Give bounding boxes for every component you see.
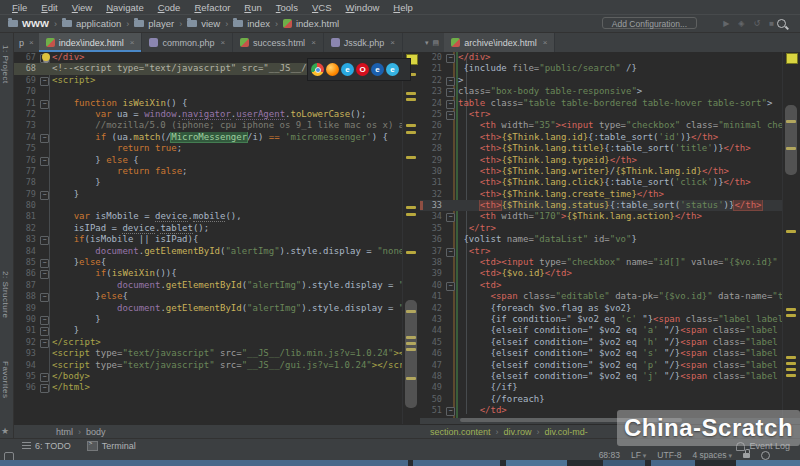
add-configuration-button[interactable]: Add Configuration...: [602, 17, 697, 29]
code-line[interactable]: 41 <span class="editable" data-pk="{$vo.…: [420, 291, 800, 302]
menu-item-help[interactable]: Help: [386, 2, 420, 13]
breadcrumb-item[interactable]: section.content: [430, 427, 491, 437]
code-line[interactable]: 32 <th>{$Think.lang.create_time}</th>: [420, 189, 800, 200]
code-line[interactable]: 86− if(isWeiXin()){: [14, 268, 420, 279]
code-line[interactable]: 93<script type="text/javascript" src="__…: [14, 348, 420, 359]
breadcrumb-item[interactable]: div.row: [504, 427, 532, 437]
indent-selector[interactable]: 4 spaces▾: [692, 450, 732, 460]
code-line[interactable]: 35 </tr>: [420, 223, 800, 234]
tab-list-icon[interactable]: ▤: [433, 39, 440, 47]
scrollbar-thumb[interactable]: [785, 105, 797, 175]
fold-icon[interactable]: −: [40, 373, 49, 382]
coverage-icon[interactable]: ◈: [738, 19, 744, 28]
code-editor-left[interactable]: 67−</div>68<!--<script type="text/javasc…: [14, 52, 420, 424]
code-line[interactable]: 96−</html>: [14, 382, 420, 393]
encoding-selector[interactable]: UTF-8: [657, 450, 681, 460]
breadcrumb-item[interactable]: index: [233, 18, 270, 29]
breadcrumb-item[interactable]: html: [56, 427, 73, 437]
fold-icon[interactable]: −: [446, 54, 455, 63]
code-line[interactable]: 90− }: [14, 314, 420, 325]
fold-icon[interactable]: −: [40, 134, 49, 143]
menu-item-refactor[interactable]: Refactor: [187, 2, 237, 13]
menu-item-vcs[interactable]: VCS: [305, 2, 339, 13]
code-line[interactable]: 38 <td><input type="checkbox" name="id[]…: [420, 257, 800, 268]
search-icon[interactable]: [777, 19, 786, 28]
close-icon[interactable]: ×: [543, 38, 548, 47]
code-line[interactable]: 91− }: [14, 325, 420, 336]
error-stripe-right[interactable]: [782, 52, 800, 418]
fold-icon[interactable]: −: [446, 100, 455, 109]
chevron-down-icon[interactable]: ▾: [425, 39, 429, 47]
code-line[interactable]: 70: [14, 86, 420, 97]
code-line[interactable]: 40− <td>: [420, 280, 800, 291]
code-line[interactable]: 72 var ua = window.navigator.userAgent.t…: [14, 109, 420, 120]
fold-icon[interactable]: −: [40, 270, 49, 279]
menu-item-file[interactable]: File: [5, 2, 34, 13]
menu-item-navigate[interactable]: Navigate: [99, 2, 151, 13]
fold-icon[interactable]: −: [446, 248, 455, 257]
code-line[interactable]: 71− function isWeiXin() {: [14, 98, 420, 109]
code-line[interactable]: 31 <th>{$Think.lang.click}{:table_sort('…: [420, 177, 800, 188]
menu-item-view[interactable]: View: [65, 2, 99, 13]
code-line[interactable]: 29 <th>{$Think.lang.typeid}</th>: [420, 155, 800, 166]
intention-bulb-icon[interactable]: [42, 53, 50, 61]
fold-icon[interactable]: −: [40, 77, 49, 86]
code-line[interactable]: 28 <th>{$Think.lang.title}{:table_sort('…: [420, 143, 800, 154]
error-stripe-left[interactable]: [402, 52, 420, 424]
code-line[interactable]: 21 {include file="public/search" /}: [420, 63, 800, 74]
fold-icon[interactable]: −: [40, 316, 49, 325]
menu-item-run[interactable]: Run: [237, 2, 268, 13]
code-line[interactable]: 85− }else{: [14, 257, 420, 268]
code-line[interactable]: 78 }: [14, 177, 420, 188]
line-ending-selector[interactable]: LF▾: [631, 450, 646, 460]
fold-icon[interactable]: −: [446, 282, 455, 291]
fold-icon[interactable]: −: [40, 236, 49, 245]
editor-tab-partial[interactable]: p×: [14, 33, 39, 52]
fold-icon[interactable]: −: [446, 88, 455, 97]
code-line[interactable]: 87 document.getElementById("alertImg").s…: [14, 280, 420, 291]
code-line[interactable]: 79− }: [14, 189, 420, 200]
code-line[interactable]: 26 <th width="35"><input type="checkbox"…: [420, 120, 800, 131]
code-line[interactable]: 46 {elseif condition=" $vo2 eq 's' "/}<s…: [420, 348, 800, 359]
close-icon[interactable]: ×: [29, 38, 34, 47]
code-line[interactable]: 44 {elseif condition=" $vo2 eq 'a' "/}<s…: [420, 325, 800, 336]
code-line[interactable]: 37− <tr>: [420, 246, 800, 257]
close-icon[interactable]: ×: [311, 38, 316, 47]
code-line[interactable]: 92−</script>: [14, 337, 420, 348]
editor-tab[interactable]: index\index.html×: [39, 33, 143, 52]
lock-icon[interactable]: [743, 453, 750, 458]
breadcrumb-item[interactable]: index.html: [283, 18, 339, 29]
code-line[interactable]: 27 <th>{$Think.lang.id}{:table_sort('id'…: [420, 132, 800, 143]
close-icon[interactable]: ×: [390, 38, 395, 47]
sidebar-item-project[interactable]: 1: Project: [1, 45, 10, 84]
run-icon[interactable]: ▶: [723, 19, 729, 28]
close-icon[interactable]: ×: [220, 38, 225, 47]
code-line[interactable]: 42 {foreach $vo.flag as $vo2}: [420, 303, 800, 314]
fold-icon[interactable]: −: [40, 157, 49, 166]
fold-icon[interactable]: −: [40, 100, 49, 109]
tab-list-controls[interactable]: ▾▤: [420, 33, 444, 52]
fold-icon[interactable]: −: [446, 77, 455, 86]
code-line[interactable]: 25− <tr>: [420, 109, 800, 120]
editor-tab[interactable]: archive\index.html×: [444, 33, 555, 52]
fold-icon[interactable]: −: [40, 339, 49, 348]
breadcrumb-item[interactable]: body: [86, 427, 106, 437]
code-line[interactable]: 77 return false;: [14, 166, 420, 177]
close-icon[interactable]: ×: [130, 38, 135, 47]
code-line[interactable]: 43 {if condition=" $vo2 eq 'c' "}<span c…: [420, 314, 800, 325]
favorites-star-icon[interactable]: ★: [1, 426, 9, 436]
code-line[interactable]: 74− if (ua.match(/MicroMessenger/i) == '…: [14, 132, 420, 143]
code-line[interactable]: 22−>: [420, 75, 800, 86]
fold-icon[interactable]: −: [40, 259, 49, 268]
code-line[interactable]: 30 <th>{$Think.lang.writer}/{$Think.lang…: [420, 166, 800, 177]
editor-tab[interactable]: Jssdk.php×: [324, 33, 403, 52]
breadcrumb-item[interactable]: view: [187, 18, 220, 29]
code-line[interactable]: 20−</div>: [420, 52, 800, 63]
code-line[interactable]: 47 {elseif condition=" $vo2 eq 'p' "/}<s…: [420, 360, 800, 371]
code-line[interactable]: 89 document.getElementById("alertImg").s…: [14, 303, 420, 314]
fold-icon[interactable]: −: [40, 293, 49, 302]
code-line[interactable]: 94<script type="text/javascript" src="__…: [14, 360, 420, 371]
code-line[interactable]: 84 document.getElementById("alertImg").s…: [14, 246, 420, 257]
code-line[interactable]: 39 <td>{$vo.id}</td>: [420, 268, 800, 279]
menu-item-edit[interactable]: Edit: [34, 2, 64, 13]
